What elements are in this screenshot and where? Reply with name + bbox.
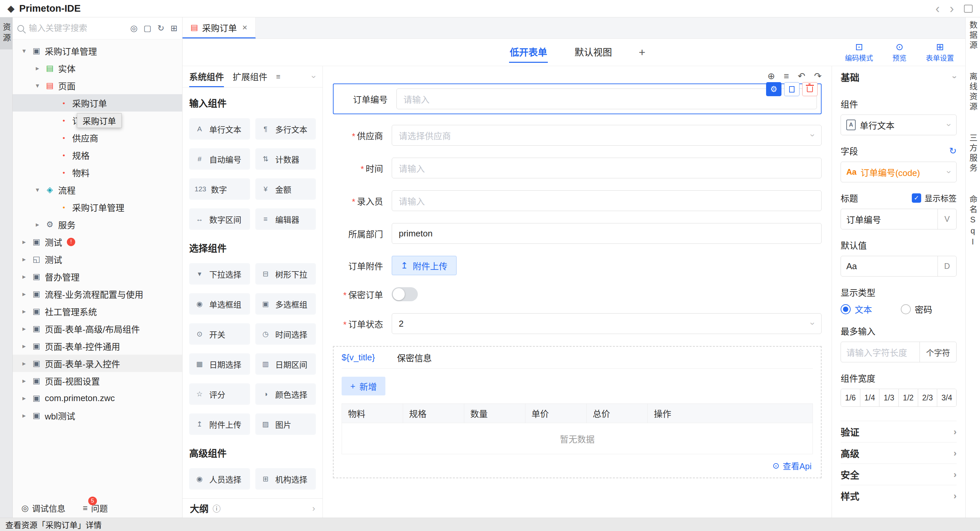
palette-item[interactable]: ⇅计数器 (255, 148, 316, 170)
tree-item[interactable]: ●物料 (13, 164, 182, 181)
caret-collapsed-icon[interactable]: ▸ (20, 394, 28, 402)
view-tab[interactable]: 默认视图 (574, 42, 612, 63)
palette-item[interactable]: ⊙开关 (189, 323, 250, 345)
palette-item[interactable]: ⊞机构选择 (255, 468, 316, 490)
palette-item[interactable]: ¥金额 (255, 178, 316, 200)
toggle-switch[interactable] (392, 287, 418, 301)
search-input[interactable] (29, 24, 126, 33)
tree-item[interactable]: ▸▣社工管理系统 (13, 303, 182, 320)
form-field[interactable]: 订单附件↥附件上传 (333, 256, 822, 275)
field-select[interactable]: 2› (392, 313, 822, 334)
rail-tab[interactable]: 离线资源 (967, 72, 978, 112)
form-settings-button[interactable]: ⊞表单设置 (926, 43, 954, 62)
palette-item[interactable]: #自动编号 (189, 148, 250, 170)
title-input[interactable]: 订单编号 V (841, 209, 956, 230)
save-window-icon[interactable] (964, 5, 973, 13)
rail-tab[interactable]: 数据源 (967, 21, 978, 51)
form-field[interactable]: *保密订单 (333, 287, 822, 301)
palette-item[interactable]: ◉人员选择 (189, 468, 250, 490)
palette-item[interactable]: ↔数字区间 (189, 208, 250, 230)
package-icon[interactable]: ▢ (143, 24, 151, 33)
palette-collapse-button[interactable]: › (313, 66, 316, 87)
component-select[interactable]: A 单行文本 › (841, 114, 956, 135)
rail-tab[interactable]: 命名Sql (967, 195, 978, 248)
tree-item[interactable]: ▸▣测试! (13, 233, 182, 250)
refresh-icon[interactable]: ↻ (158, 24, 164, 33)
preview-button[interactable]: ⊙预览 (892, 43, 907, 62)
add-resource-icon[interactable]: ⊞ (170, 24, 178, 33)
history-forward-icon[interactable]: › (950, 2, 954, 15)
max-input-field[interactable]: 请输入字符长度 个字符 (841, 342, 956, 362)
section-header[interactable]: 高级› (841, 442, 956, 464)
tree-item[interactable]: ▾▣采购订单管理 (13, 42, 182, 59)
width-option[interactable]: 1/6 (841, 389, 860, 406)
field-input[interactable]: 请输入 (396, 89, 817, 109)
palette-item[interactable]: ↥附件上传 (189, 414, 250, 435)
caret-collapsed-icon[interactable]: ▸ (20, 255, 28, 263)
title-variable-button[interactable]: V (937, 209, 956, 229)
tree-item[interactable]: ▸▣页面-视图设置 (13, 372, 182, 389)
undo-icon[interactable]: ↶ (798, 71, 805, 81)
add-row-button[interactable]: + 新增 (342, 377, 385, 395)
palette-tab[interactable]: 扩展组件 (232, 66, 267, 87)
display-type-radio[interactable]: 文本 (841, 303, 872, 315)
palette-item[interactable]: ▣多选框组 (255, 293, 316, 315)
form-field[interactable]: *供应商请选择供应商› (333, 125, 822, 146)
locate-icon[interactable]: ◎ (130, 24, 138, 33)
section-header[interactable]: 样式› (841, 485, 956, 506)
field-delete-button[interactable] (802, 82, 818, 96)
caret-collapsed-icon[interactable]: ▸ (33, 64, 41, 72)
palette-item[interactable]: ▨图片 (255, 414, 316, 435)
tree-item[interactable]: ●订单详采购订单 (13, 111, 182, 129)
caret-collapsed-icon[interactable]: ▸ (20, 342, 28, 350)
width-option[interactable]: 1/2 (899, 389, 918, 406)
tree-item[interactable]: ▸▤实体 (13, 59, 182, 77)
tree-item[interactable]: ●规格 (13, 146, 182, 164)
field-input[interactable]: 请输入 (392, 190, 822, 211)
field-copy-button[interactable] (784, 82, 800, 96)
palette-item[interactable]: ◑颜色选择 (255, 384, 316, 405)
width-option[interactable]: 1/4 (860, 389, 880, 406)
width-option[interactable]: 1/3 (879, 389, 899, 406)
palette-item[interactable]: ▥日期区间 (255, 353, 316, 375)
field-input[interactable]: primeton (392, 223, 822, 244)
form-field[interactable]: *订单状态2› (333, 313, 822, 334)
show-label-checkbox[interactable]: ✓ 显示标签 (912, 192, 956, 204)
field-input[interactable]: 请输入 (392, 158, 822, 178)
palette-item[interactable]: ≡编辑器 (255, 208, 316, 230)
caret-expanded-icon[interactable]: ▾ (20, 47, 28, 55)
tree-item[interactable]: ▾◈流程 (13, 181, 182, 198)
caret-collapsed-icon[interactable]: ▸ (20, 325, 28, 333)
tree-item[interactable]: ●采购订单管理 (13, 198, 182, 216)
field-select[interactable]: Aa 订单编号(code) › (841, 162, 956, 182)
palette-item[interactable]: ◷时间选择 (255, 323, 316, 345)
form-field[interactable]: *录入员请输入 (333, 190, 822, 211)
default-value-input[interactable]: Aa D (841, 256, 956, 276)
display-type-radio[interactable]: 密码 (901, 303, 932, 315)
attachment-upload-button[interactable]: ↥附件上传 (392, 256, 457, 275)
caret-expanded-icon[interactable]: ▾ (33, 186, 41, 194)
caret-collapsed-icon[interactable]: ▸ (20, 359, 28, 367)
tree-item[interactable]: ▸▣com.primeton.zwc (13, 389, 182, 407)
width-option[interactable]: 2/3 (918, 389, 937, 406)
globe-icon[interactable]: ⊕ (767, 71, 775, 81)
caret-collapsed-icon[interactable]: ▸ (20, 273, 28, 281)
caret-collapsed-icon[interactable]: ▸ (20, 290, 28, 298)
refresh-icon[interactable]: ↻ (949, 146, 956, 156)
palette-item[interactable]: ☆评分 (189, 384, 250, 405)
caret-collapsed-icon[interactable]: ▸ (20, 307, 28, 315)
tree-item[interactable]: ▾▤页面 (13, 77, 182, 94)
palette-item[interactable]: ◉单选框组 (189, 293, 250, 315)
caret-collapsed-icon[interactable]: ▸ (20, 411, 28, 420)
field-settings-button[interactable]: ⚙ (766, 82, 781, 96)
tree-item[interactable]: ▸⚙服务 (13, 216, 182, 233)
redo-icon[interactable]: ↷ (814, 71, 822, 81)
field-select[interactable]: 请选择供应商› (392, 125, 822, 146)
close-tab-icon[interactable]: × (242, 22, 247, 33)
history-back-icon[interactable]: ‹ (935, 2, 940, 15)
tree-item[interactable]: ▸▣页面-表单-录入控件 (13, 355, 182, 372)
tree-item[interactable]: ▸▣页面-表单-控件通用 (13, 337, 182, 355)
tree-item[interactable]: ▸▣页面-表单-高级/布局组件 (13, 320, 182, 337)
caret-collapsed-icon[interactable]: ▸ (20, 238, 28, 246)
width-option[interactable]: 3/4 (937, 389, 956, 406)
